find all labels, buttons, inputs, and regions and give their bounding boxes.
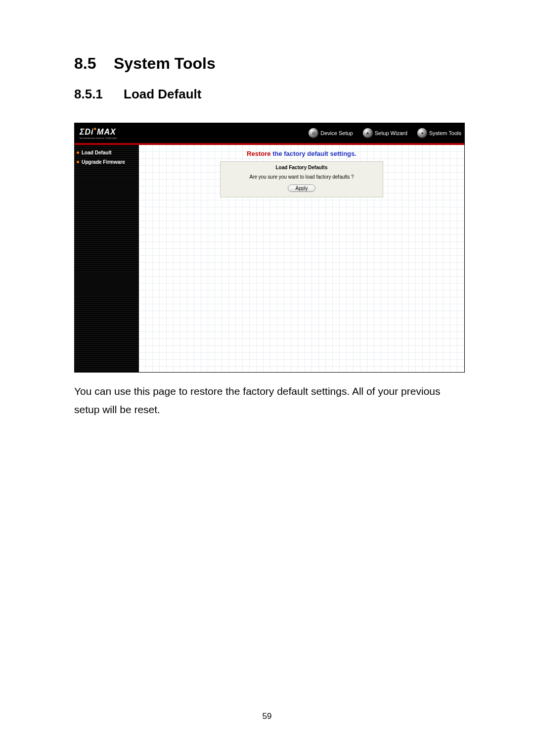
section-heading: 8.5System Tools [74, 54, 460, 73]
section-title: System Tools [114, 54, 216, 72]
top-bar: ΣDi•MAX NETWORKING PEOPLE TOGETHER ⚙ Dev… [75, 123, 464, 143]
router-screenshot: ΣDi•MAX NETWORKING PEOPLE TOGETHER ⚙ Dev… [74, 123, 465, 373]
subsection-title: Load Default [124, 87, 201, 101]
screenshot-body: Load Default Upgrade Firmware Restore th… [75, 145, 464, 372]
sidebar: Load Default Upgrade Firmware [75, 145, 139, 372]
restore-heading: Restore the factory default settings. [139, 150, 464, 157]
top-nav: ⚙ Device Setup ★ Setup Wizard ✦ System T… [306, 123, 464, 143]
nav-device-setup[interactable]: ⚙ Device Setup [306, 123, 356, 143]
nav-setup-wizard-label: Setup Wizard [375, 130, 407, 136]
figure-caption: You can use this page to restore the fac… [74, 382, 460, 419]
nav-device-setup-label: Device Setup [320, 130, 353, 136]
panel-question: Are you sure you want to load factory de… [224, 174, 379, 180]
section-number: 8.5 [74, 54, 114, 73]
sidebar-item-upgrade-firmware[interactable]: Upgrade Firmware [75, 157, 139, 167]
page-number: 59 [0, 711, 534, 721]
sidebar-item-load-default[interactable]: Load Default [75, 148, 139, 157]
factory-defaults-panel: Load Factory Defaults Are you sure you w… [220, 161, 383, 197]
restore-heading-rest: the factory default settings. [272, 150, 356, 157]
content-area: Restore the factory default settings. Lo… [139, 145, 464, 372]
setup-wizard-icon: ★ [363, 128, 373, 138]
nav-system-tools-label: System Tools [429, 130, 461, 136]
restore-heading-prefix: Restore [247, 150, 272, 157]
apply-button[interactable]: Apply [288, 185, 315, 192]
system-tools-icon: ✦ [417, 128, 427, 138]
subsection-number: 8.5.1 [74, 87, 124, 102]
subsection-heading: 8.5.1Load Default [74, 87, 460, 102]
nav-setup-wizard[interactable]: ★ Setup Wizard [360, 123, 410, 143]
brand-tagline: NETWORKING PEOPLE TOGETHER [80, 137, 117, 140]
nav-system-tools[interactable]: ✦ System Tools [414, 123, 464, 143]
panel-title: Load Factory Defaults [224, 165, 379, 170]
brand-logo-text: ΣDi•MAX [80, 128, 117, 137]
device-setup-icon: ⚙ [309, 128, 318, 138]
brand-logo: ΣDi•MAX NETWORKING PEOPLE TOGETHER [80, 128, 117, 140]
